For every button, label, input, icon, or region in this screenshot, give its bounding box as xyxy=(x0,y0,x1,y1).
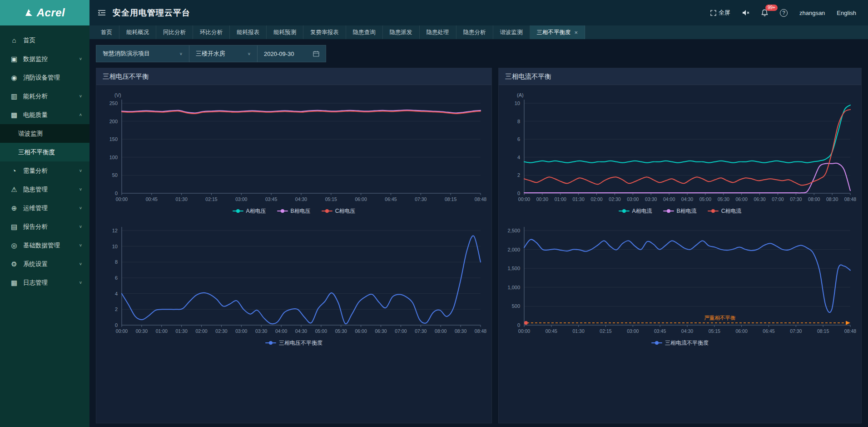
bar-chart-icon: ▥ xyxy=(10,92,18,100)
tab-4[interactable]: 环比分析 xyxy=(193,25,230,39)
content-area: 智慧消防演示项目 ∨ 三楼开水房 ∨ 2020-09-30 xyxy=(89,40,868,427)
sidebar-item-report-analysis[interactable]: ▤报告分析∨ xyxy=(0,217,89,236)
sidebar-item-home[interactable]: ⌂首页 xyxy=(0,31,89,50)
fullscreen-label: 全屏 xyxy=(719,9,730,17)
chevron-down-icon: ∨ xyxy=(79,57,82,61)
svg-text:06:45: 06:45 xyxy=(385,196,397,202)
tab-13[interactable]: 三相不平衡度× xyxy=(530,25,585,39)
project-select[interactable]: 智慧消防演示项目 ∨ xyxy=(96,45,189,62)
legend-item-A相电压[interactable]: A相电压 xyxy=(233,207,266,215)
legend-item-C相电压[interactable]: C相电压 xyxy=(322,207,356,215)
current-unbalance-chart: 05001,0001,5002,0002,50000:0000:4501:300… xyxy=(499,221,861,337)
svg-text:4: 4 xyxy=(115,291,118,296)
legend-item-三相电流不平衡度[interactable]: 三相电流不平衡度 xyxy=(651,339,709,347)
svg-text:(A): (A) xyxy=(517,92,524,98)
tab-6[interactable]: 能耗预测 xyxy=(267,25,303,39)
sidebar-item-energy-analysis[interactable]: ▥能耗分析∨ xyxy=(0,87,89,105)
sidebar-item-system-settings[interactable]: ⚙系统设置∨ xyxy=(0,255,89,273)
date-picker[interactable]: 2020-09-30 xyxy=(258,45,326,62)
sidebar-item-log-management[interactable]: ▦日志管理∨ xyxy=(0,273,89,292)
room-select[interactable]: 三楼开水房 ∨ xyxy=(189,45,258,62)
sidebar-item-data-monitor[interactable]: ▣数据监控∨ xyxy=(0,50,89,68)
close-icon[interactable]: × xyxy=(575,29,578,36)
voltage-lines-legend: A相电压B相电压C相电压 xyxy=(96,205,491,217)
svg-text:04:00: 04:00 xyxy=(275,328,287,334)
svg-text:250: 250 xyxy=(109,100,118,106)
legend-label: 三相电压不平衡度 xyxy=(279,339,322,347)
tab-7[interactable]: 复费率报表 xyxy=(303,25,346,39)
logo-text: Acrel xyxy=(37,6,65,19)
sidebar-item-label: 系统设置 xyxy=(23,260,79,268)
legend-marker-icon xyxy=(663,209,674,213)
language-switch[interactable]: English xyxy=(837,10,856,16)
svg-text:6: 6 xyxy=(517,136,520,142)
speaker-mute-icon xyxy=(742,10,749,16)
sidebar-nav: ⌂首页▣数据监控∨◉消防设备管理▥能耗分析∨▩电能质量∧谐波监测三相不平衡度◔需… xyxy=(0,25,89,427)
tab-5[interactable]: 能耗报表 xyxy=(230,25,267,39)
sidebar-item-operations[interactable]: ⊕运维管理∨ xyxy=(0,199,89,217)
tab-11[interactable]: 隐患分析 xyxy=(456,25,493,39)
log-icon: ▦ xyxy=(10,279,18,287)
sidebar-collapse-button[interactable] xyxy=(98,10,106,16)
svg-text:07:30: 07:30 xyxy=(415,196,427,202)
svg-text:4: 4 xyxy=(517,155,520,160)
help-button[interactable]: ? xyxy=(780,9,788,17)
svg-text:2: 2 xyxy=(517,172,520,178)
svg-text:严重相不平衡: 严重相不平衡 xyxy=(704,315,736,321)
sidebar-item-base-data[interactable]: ◎基础数据管理∨ xyxy=(0,236,89,255)
legend-item-B相电流[interactable]: B相电流 xyxy=(663,207,697,215)
svg-text:02:15: 02:15 xyxy=(600,328,611,334)
svg-text:01:30: 01:30 xyxy=(176,328,188,334)
legend-item-A相电流[interactable]: A相电流 xyxy=(619,207,652,215)
svg-text:03:00: 03:00 xyxy=(235,196,247,202)
sidebar-item-harmonic-monitor[interactable]: 谐波监测 xyxy=(0,124,89,143)
svg-text:07:30: 07:30 xyxy=(790,328,802,334)
sidebar-item-label: 首页 xyxy=(23,36,82,45)
tab-1[interactable]: 首页 xyxy=(94,25,119,39)
mute-button[interactable] xyxy=(742,10,749,16)
svg-text:50: 50 xyxy=(112,172,118,178)
sidebar-item-three-phase-unbalance[interactable]: 三相不平衡度 xyxy=(0,143,89,161)
sidebar-item-label: 谐波监测 xyxy=(18,130,82,138)
tab-10[interactable]: 隐患处理 xyxy=(420,25,456,39)
fullscreen-button[interactable]: 全屏 xyxy=(710,9,730,17)
legend-item-B相电压[interactable]: B相电压 xyxy=(277,207,311,215)
tab-3[interactable]: 同比分析 xyxy=(156,25,193,39)
tab-label: 能耗概况 xyxy=(126,29,149,36)
username[interactable]: zhangsan xyxy=(799,10,825,16)
tab-8[interactable]: 隐患查询 xyxy=(346,25,383,39)
voltage-lines-block: 050100150200250(V)00:0000:4501:3002:1503… xyxy=(96,90,491,217)
panels-row: 三相电压不平衡 050100150200250(V)00:0000:4501:3… xyxy=(96,68,862,423)
logo: Acrel xyxy=(0,0,89,25)
current-unbalance-block: 05001,0001,5002,0002,50000:0000:4501:300… xyxy=(499,221,861,349)
svg-text:08:15: 08:15 xyxy=(817,328,829,334)
svg-text:02:00: 02:00 xyxy=(590,196,602,202)
svg-text:06:45: 06:45 xyxy=(763,328,774,334)
tab-9[interactable]: 隐患派发 xyxy=(383,25,420,39)
legend-item-三相电压不平衡度[interactable]: 三相电压不平衡度 xyxy=(265,339,322,347)
svg-text:01:30: 01:30 xyxy=(572,328,584,334)
svg-text:00:45: 00:45 xyxy=(546,328,557,334)
notifications-button[interactable]: 99+ xyxy=(761,9,768,16)
svg-text:00:30: 00:30 xyxy=(136,328,148,334)
svg-text:10: 10 xyxy=(112,244,118,249)
tab-label: 隐患派发 xyxy=(390,29,412,36)
sidebar-item-label: 消防设备管理 xyxy=(23,74,82,82)
legend-item-C相电流[interactable]: C相电流 xyxy=(708,207,742,215)
help-icon: ? xyxy=(782,10,785,15)
panel-header: 三相电压不平衡 xyxy=(96,68,491,85)
chevron-down-icon: ∨ xyxy=(79,206,82,210)
sidebar-item-hazard-management[interactable]: ⚠隐患管理∨ xyxy=(0,180,89,199)
tab-12[interactable]: 谐波监测 xyxy=(493,25,530,39)
sidebar-item-fire-equipment[interactable]: ◉消防设备管理 xyxy=(0,68,89,87)
legend-marker-icon xyxy=(277,209,288,213)
legend-label: C相电压 xyxy=(335,207,356,215)
svg-text:08:30: 08:30 xyxy=(826,196,838,202)
tab-label: 首页 xyxy=(101,29,112,36)
sidebar-item-demand-analysis[interactable]: ◔需量分析∨ xyxy=(0,161,89,180)
svg-text:00:00: 00:00 xyxy=(116,328,128,334)
svg-text:02:00: 02:00 xyxy=(195,328,207,334)
chevron-down-icon: ∨ xyxy=(79,225,82,229)
sidebar-item-power-quality[interactable]: ▩电能质量∧ xyxy=(0,105,89,124)
tab-2[interactable]: 能耗概况 xyxy=(119,25,156,39)
